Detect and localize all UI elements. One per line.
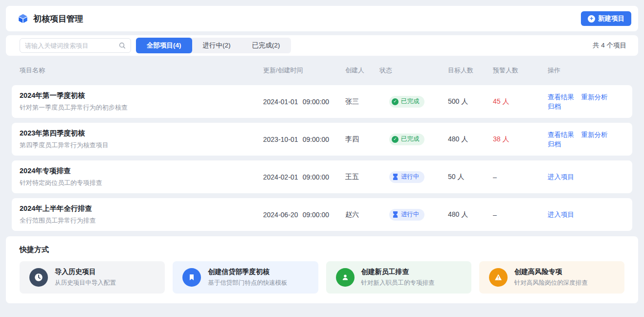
shortcut-import-history[interactable]: 导入历史项目 从历史项目中导入配置 bbox=[20, 261, 165, 294]
page-title: 初核项目管理 bbox=[33, 13, 83, 24]
enter-project-link[interactable]: 进入项目 bbox=[548, 211, 574, 218]
target-count: 50 人 bbox=[448, 173, 493, 181]
status-badge: ✓ 已完成 bbox=[389, 96, 424, 108]
shortcut-description: 基于信贷部门特点的快速模板 bbox=[208, 279, 288, 287]
search-icon[interactable] bbox=[119, 42, 126, 49]
page-header: 初核项目管理 + 新建项目 bbox=[6, 6, 638, 31]
col-project-name: 项目名称 bbox=[20, 66, 263, 75]
target-count: 480 人 bbox=[448, 135, 493, 144]
project-description: 全行范围员工异常行为排查 bbox=[20, 216, 263, 225]
clock-icon bbox=[29, 268, 48, 287]
project-description: 针对第一季度员工异常行为的初步核查 bbox=[20, 103, 263, 112]
project-name: 2023年第四季度初核 bbox=[20, 129, 263, 138]
new-project-button[interactable]: + 新建项目 bbox=[581, 11, 631, 26]
plus-icon: + bbox=[588, 15, 595, 23]
project-creator: 李四 bbox=[345, 135, 379, 144]
app-logo-cube-icon bbox=[18, 13, 28, 24]
target-count: 500 人 bbox=[448, 97, 493, 106]
warning-icon bbox=[489, 268, 508, 287]
shortcuts-section: 快捷方式 导入历史项目 从历史项目中导入配置 bbox=[6, 236, 638, 303]
view-results-link[interactable]: 查看结果 bbox=[548, 131, 574, 138]
target-count: 480 人 bbox=[448, 210, 493, 219]
project-name: 2024年第一季度初核 bbox=[20, 91, 263, 100]
status-badge: 进行中 bbox=[389, 171, 424, 183]
shortcut-high-risk-special[interactable]: 创建高风险专项 针对高风险岗位的深度排查 bbox=[479, 261, 624, 294]
table-row: 2024年第一季度初核 针对第一季度员工异常行为的初步核查 2024-01-01… bbox=[12, 85, 632, 118]
shortcut-title: 创建信贷部季度初核 bbox=[208, 268, 288, 276]
total-projects-count: 共 4 个项目 bbox=[593, 41, 626, 50]
alert-count: – bbox=[493, 211, 548, 219]
col-status: 状态 bbox=[379, 66, 448, 75]
bookmark-icon bbox=[182, 268, 201, 287]
project-filter-tabs: 全部项目(4) 进行中(2) 已完成(2) bbox=[136, 38, 291, 53]
project-time: 2024-06-2009:00:00 bbox=[263, 211, 345, 219]
shortcuts-title: 快捷方式 bbox=[20, 245, 624, 254]
reanalyze-link[interactable]: 重新分析 bbox=[581, 93, 607, 101]
project-name: 2024年上半年全行排查 bbox=[20, 204, 263, 213]
shortcut-new-employee-screening[interactable]: 创建新员工排查 针对新入职员工的专项排查 bbox=[326, 261, 471, 294]
project-creator: 张三 bbox=[345, 97, 379, 106]
shortcut-title: 导入历史项目 bbox=[55, 268, 116, 276]
enter-project-link[interactable]: 进入项目 bbox=[548, 173, 574, 181]
check-circle-icon: ✓ bbox=[392, 98, 399, 105]
col-actions: 操作 bbox=[548, 66, 624, 75]
project-creator: 王五 bbox=[345, 173, 379, 181]
project-description: 第四季度员工异常行为核查项目 bbox=[20, 141, 263, 150]
alert-count: 38 人 bbox=[493, 135, 548, 144]
check-circle-icon: ✓ bbox=[392, 136, 399, 143]
archive-link[interactable]: 归档 bbox=[548, 103, 561, 110]
archive-link[interactable]: 归档 bbox=[548, 140, 561, 148]
search-box bbox=[20, 38, 131, 53]
project-description: 针对特定岗位员工的专项排查 bbox=[20, 179, 263, 187]
tab-completed[interactable]: 已完成(2) bbox=[242, 38, 291, 53]
project-time: 2024-01-0109:00:00 bbox=[263, 98, 345, 106]
table-row: 2024年上半年全行排查 全行范围员工异常行为排查 2024-06-2009:0… bbox=[12, 198, 632, 231]
table-row: 2024年专项排查 针对特定岗位员工的专项排查 2024-02-0109:00:… bbox=[12, 160, 632, 193]
project-time: 2023-10-0109:00:00 bbox=[263, 136, 345, 143]
reanalyze-link[interactable]: 重新分析 bbox=[581, 131, 607, 138]
shortcuts-grid: 导入历史项目 从历史项目中导入配置 创建信贷部季度初核 基于信贷部门特点的快速模… bbox=[20, 261, 624, 294]
filter-toolbar: 全部项目(4) 进行中(2) 已完成(2) 共 4 个项目 bbox=[6, 35, 638, 56]
shortcut-title: 创建高风险专项 bbox=[514, 268, 588, 276]
project-time: 2024-02-0109:00:00 bbox=[263, 173, 345, 181]
project-management-page: 初核项目管理 + 新建项目 全部项目(4) 进行中(2) 已完成(2) 共 4 … bbox=[0, 0, 644, 309]
col-alert-count: 预警人数 bbox=[493, 66, 548, 75]
table-header: 项目名称 更新/创建时间 创建人 状态 目标人数 预警人数 操作 bbox=[12, 56, 632, 85]
hourglass-icon bbox=[392, 174, 399, 181]
tab-all-projects[interactable]: 全部项目(4) bbox=[136, 38, 192, 53]
shortcut-description: 针对高风险岗位的深度排查 bbox=[514, 279, 588, 287]
project-name: 2024年专项排查 bbox=[20, 166, 263, 176]
col-creator: 创建人 bbox=[345, 66, 379, 75]
tab-in-progress[interactable]: 进行中(2) bbox=[192, 38, 242, 53]
view-results-link[interactable]: 查看结果 bbox=[548, 93, 574, 101]
project-creator: 赵六 bbox=[345, 210, 379, 219]
shortcut-description: 针对新入职员工的专项排查 bbox=[361, 279, 435, 287]
alert-count: 45 人 bbox=[493, 97, 548, 106]
col-update-time: 更新/创建时间 bbox=[263, 66, 345, 75]
alert-count: – bbox=[493, 173, 548, 181]
search-input[interactable] bbox=[25, 42, 119, 49]
col-target-count: 目标人数 bbox=[448, 66, 493, 75]
hourglass-icon bbox=[392, 211, 399, 218]
status-badge: ✓ 已完成 bbox=[389, 134, 424, 145]
status-badge: 进行中 bbox=[389, 209, 424, 221]
shortcut-title: 创建新员工排查 bbox=[361, 268, 435, 276]
shortcut-description: 从历史项目中导入配置 bbox=[55, 279, 116, 287]
shortcut-credit-dept-review[interactable]: 创建信贷部季度初核 基于信贷部门特点的快速模板 bbox=[173, 261, 318, 294]
user-icon bbox=[336, 268, 355, 287]
table-row: 2023年第四季度初核 第四季度员工异常行为核查项目 2023-10-0109:… bbox=[12, 123, 632, 156]
